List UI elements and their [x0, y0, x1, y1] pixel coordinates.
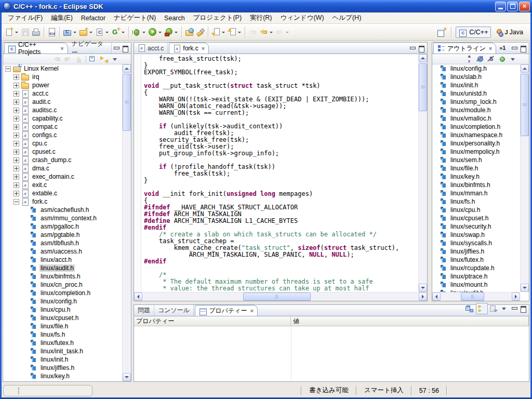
close-tab-icon[interactable]: × — [250, 308, 254, 314]
outline-item[interactable]: linux/cpu.h — [440, 206, 520, 214]
expand-plus-icon[interactable] — [14, 124, 19, 130]
expand-plus-icon[interactable] — [14, 191, 19, 196]
expand-plus-icon[interactable] — [14, 91, 19, 97]
outline-item[interactable]: linux/completion.h — [440, 123, 520, 131]
tree-item[interactable]: acct.c — [3, 89, 122, 98]
new-c-file-button[interactable] — [94, 27, 110, 37]
menu-p[interactable]: プロジェクト(P) — [189, 12, 246, 23]
tree-item[interactable]: audit.c — [3, 98, 122, 106]
dropdown-arrow-icon[interactable] — [222, 32, 225, 33]
expand-plus-icon[interactable] — [14, 182, 19, 188]
tab-tab[interactable]: コンソール — [154, 305, 194, 316]
dropdown-arrow-icon[interactable] — [270, 32, 273, 33]
minimize-view-icon[interactable] — [511, 305, 518, 312]
tree-item[interactable]: crash_dump.c — [3, 156, 122, 164]
close-tab-icon[interactable]: × — [489, 46, 492, 51]
tree-item[interactable]: asm/uaccess.h — [3, 247, 122, 256]
view-menu-button[interactable] — [508, 54, 518, 64]
scroll-up-icon[interactable] — [123, 64, 131, 73]
expand-plus-icon[interactable] — [14, 108, 19, 113]
scroll-thumb[interactable] — [521, 74, 529, 136]
outline-item[interactable]: linux/fs.h — [440, 197, 520, 206]
dropdown-arrow-icon[interactable] — [238, 32, 241, 33]
outline-item[interactable]: linux/syscalls.h — [440, 239, 520, 247]
tree-item[interactable]: linux/file.h — [3, 322, 122, 330]
debug-button[interactable] — [131, 27, 147, 37]
expand-plus-icon[interactable] — [14, 166, 19, 171]
tree-item[interactable]: linux/init_task.h — [3, 347, 122, 355]
outline-item[interactable]: linux/unistd.h — [440, 89, 520, 98]
hide-fields-button[interactable] — [475, 54, 486, 64]
properties-table-body[interactable] — [134, 326, 529, 381]
outline-item[interactable]: linux/namespace.h — [440, 131, 520, 139]
scroll-thumb[interactable] — [123, 74, 131, 131]
menu-f[interactable]: ファイル(F) — [4, 12, 47, 23]
outline-item[interactable]: linux/jiffies.h — [440, 247, 520, 256]
link-editor-button[interactable] — [99, 54, 110, 64]
new-class-button[interactable] — [110, 27, 126, 37]
new-wizard-button[interactable] — [4, 27, 20, 37]
scroll-thumb[interactable] — [461, 292, 484, 301]
maximize-view-icon[interactable] — [122, 45, 129, 52]
menu-h[interactable]: ヘルプ(H) — [328, 12, 366, 23]
tree-item[interactable]: cpuset.c — [3, 148, 122, 156]
last-edit-location-button[interactable] — [210, 27, 227, 37]
scroll-down-icon[interactable] — [521, 284, 529, 292]
restore-button[interactable] — [507, 2, 518, 11]
perspective-java[interactable]: JJava — [493, 26, 526, 38]
tree-item[interactable]: linux/acct.h — [3, 256, 122, 264]
tree-item[interactable]: linux/jiffies.h — [3, 364, 122, 372]
outline-item[interactable]: linux/personality.h — [440, 139, 520, 148]
tree-item[interactable]: asm/cacheflush.h — [3, 206, 122, 214]
more-tabs-indicator[interactable]: »1 — [499, 45, 506, 51]
dropdown-arrow-icon[interactable] — [105, 32, 109, 33]
menu-refactor[interactable]: Refactor — [77, 14, 110, 23]
outline-item[interactable]: linux/cpuset.h — [440, 214, 520, 222]
outline-item[interactable]: linux/rcupdate.h — [440, 264, 520, 272]
outline-item[interactable]: linux/futex.h — [440, 256, 520, 264]
tree-item[interactable]: configs.c — [3, 131, 122, 139]
tree-item[interactable]: linux/mempolicy.h — [3, 380, 122, 381]
dropdown-arrow-icon[interactable] — [15, 32, 18, 33]
dropdown-arrow-icon[interactable] — [175, 32, 178, 33]
tree-item[interactable]: power — [3, 81, 122, 89]
tab-acct-c[interactable]: acct.c — [134, 43, 168, 54]
collapse-minus-icon[interactable] — [5, 66, 11, 72]
drag-grip-icon[interactable] — [18, 388, 21, 394]
open-perspective-button[interactable] — [436, 27, 447, 37]
dropdown-arrow-icon[interactable] — [142, 32, 145, 33]
tree-item[interactable]: asm/pgtable.h — [3, 231, 122, 239]
tree-item[interactable]: auditsc.c — [3, 106, 122, 114]
view-menu-button[interactable] — [110, 54, 121, 64]
expand-plus-icon[interactable] — [14, 83, 19, 88]
hide-static-button[interactable] — [486, 54, 497, 64]
tree-item[interactable]: linux/futex.h — [3, 339, 122, 347]
go-to-top-button[interactable] — [227, 27, 243, 37]
tab-tab[interactable]: 問題 — [134, 305, 154, 316]
tree-item[interactable]: asm/tlbflush.h — [3, 239, 122, 247]
outline-item[interactable]: linux/swap.h — [440, 231, 520, 239]
outline-item[interactable]: linux/key.h — [440, 172, 520, 181]
menu-w[interactable]: ウィンドウ(W) — [276, 12, 328, 23]
nav-forward-button[interactable] — [62, 54, 73, 64]
scroll-right-icon[interactable] — [512, 292, 520, 301]
projects-vertical-scrollbar[interactable] — [122, 64, 131, 381]
expand-plus-icon[interactable] — [14, 74, 19, 80]
outline-item[interactable]: linux/init.h — [440, 81, 520, 89]
dropdown-arrow-icon[interactable] — [286, 32, 289, 33]
maximize-editor-icon[interactable] — [418, 45, 425, 52]
dropdown-arrow-icon[interactable] — [158, 32, 162, 33]
editor-vertical-scrollbar[interactable] — [418, 54, 427, 292]
outline-item[interactable]: linux/mman.h — [440, 189, 520, 197]
scroll-thumb[interactable] — [419, 63, 427, 111]
external-tools-button[interactable] — [163, 27, 179, 37]
scroll-left-icon[interactable] — [432, 292, 441, 301]
tree-item[interactable]: linux/binfmts.h — [3, 272, 122, 281]
open-element-button[interactable] — [184, 27, 195, 37]
nav-up-button[interactable] — [73, 54, 84, 64]
filter-button[interactable] — [497, 54, 508, 64]
scroll-up-icon[interactable] — [419, 54, 427, 62]
outline-horizontal-scrollbar[interactable] — [432, 292, 520, 301]
tree-item[interactable]: linux/completion.h — [3, 289, 122, 297]
outline-item[interactable]: linux/smp_lock.h — [440, 98, 520, 106]
